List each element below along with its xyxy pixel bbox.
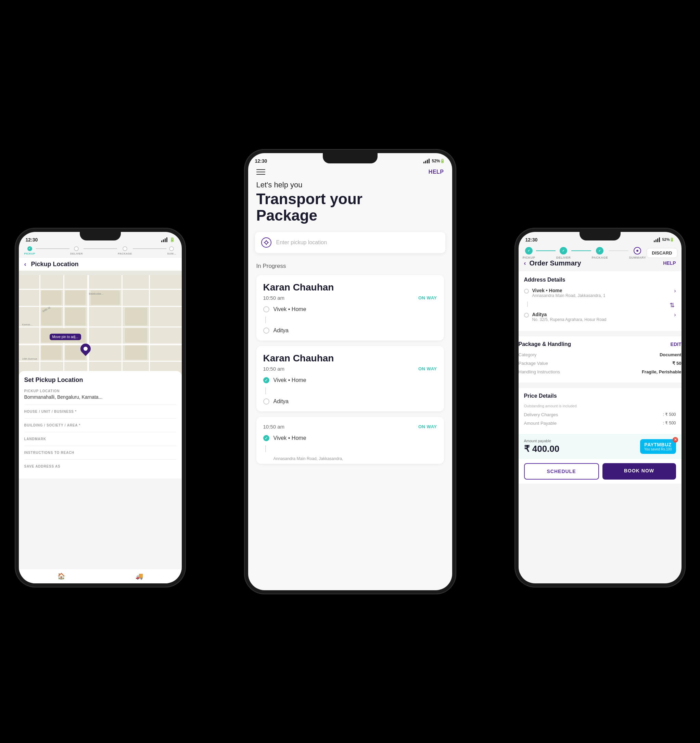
left-step-3: PACKAGE <box>118 252 132 255</box>
paytm-badge[interactable]: PAYTMBUZ You saved Rs.100 ✕ <box>640 439 676 454</box>
hamburger-button[interactable] <box>256 169 265 175</box>
stop-dot-to-1 <box>263 327 269 334</box>
save-address-field[interactable]: SAVE ADDRESS AS <box>24 465 176 468</box>
schedule-button[interactable]: SCHEDULE <box>524 463 599 480</box>
signal-icon <box>161 237 167 242</box>
notch <box>80 232 121 240</box>
truck-icon[interactable]: 🚚 <box>136 573 143 580</box>
from-info: Vivek • Home Annasandra Main Road, Jakka… <box>532 288 671 298</box>
hero-title: Transport your Package <box>256 191 444 224</box>
package-section: Package & Handling EDIT Category Documen… <box>518 336 682 383</box>
building-field[interactable]: BUILDING / SOCIETY / AREA * <box>24 423 176 427</box>
search-input[interactable]: Enter pickup location <box>276 240 327 246</box>
stop-dot-from-1 <box>263 306 269 312</box>
stop-to-1: Aditya <box>263 327 437 334</box>
card-time-2: 10:50 am <box>263 366 285 372</box>
step-summary: SUMMARY <box>629 247 646 259</box>
card-time-1: 10:50 am <box>263 295 285 301</box>
house-field[interactable]: HOUSE / UNIT / BUSINESS * <box>24 410 176 413</box>
back-button[interactable]: ‹ <box>24 260 27 268</box>
search-bar[interactable]: Enter pickup location <box>255 232 445 253</box>
from-dot <box>524 289 529 293</box>
center-phone: 12:30 52%🔋 HELP <box>244 149 456 594</box>
on-way-badge-2: ON WAY <box>418 366 437 372</box>
delivery-card-3[interactable]: 10:50 am ON WAY ✓ Vivek • Home <box>256 417 444 464</box>
instructions-field[interactable]: INSTRUCTIONS TO REACH <box>24 451 176 454</box>
status-time: 12:30 <box>26 237 38 243</box>
connector-2 <box>571 250 591 251</box>
price-subtitle: Outstanding amount is included <box>524 404 676 408</box>
on-way-badge-1: ON WAY <box>418 295 437 300</box>
hero-section: Let's help you Transport your Package <box>248 181 452 232</box>
on-way-badge-3: ON WAY <box>418 424 437 429</box>
paytm-close-icon[interactable]: ✕ <box>673 437 678 443</box>
right-notch <box>579 232 620 240</box>
connector-3 <box>608 250 628 251</box>
book-now-button[interactable]: BOOK NOW <box>603 463 676 480</box>
stop-dot-to-2 <box>263 398 269 404</box>
left-step-4: SUM... <box>167 252 176 255</box>
left-phone: 12:30 🔋 ✓ PICKUP <box>15 228 186 588</box>
from-address-row[interactable]: Vivek • Home Annasandra Main Road, Jakka… <box>524 288 676 298</box>
to-address-row[interactable]: Aditya No. 32/5, Rupena Agrahara, Hosur … <box>524 312 676 322</box>
set-location-title: Set Pickup Location <box>24 376 176 384</box>
address-details: Address Details Vivek • Home Annasandra … <box>518 271 682 331</box>
step-deliver: ✓ DELIVER <box>556 247 571 259</box>
route-stops-3: ✓ Vivek • Home Annasandra Main Road, Jak… <box>263 435 437 461</box>
amount-value: ₹ 400.00 <box>524 444 560 454</box>
step-pickup: ✓ PICKUP <box>523 247 535 259</box>
stop-dot-from-3: ✓ <box>263 435 269 441</box>
left-phone-screen: 12:30 🔋 ✓ PICKUP <box>19 232 182 583</box>
right-phone-screen: 12:30 52%🔋 ✓ PICKUP <box>518 232 682 583</box>
home-icon[interactable]: 🏠 <box>58 573 65 580</box>
map-tooltip: Move pin to adj... <box>50 334 81 340</box>
step-package: ✓ PACKAGE <box>592 247 608 259</box>
landmark-field[interactable]: LANDMARK <box>24 437 176 441</box>
discard-button[interactable]: DISCARD <box>647 248 677 258</box>
map-header: ‹ Pickup Location <box>19 258 182 271</box>
right-help-button[interactable]: HELP <box>663 260 676 266</box>
right-status-time: 12:30 <box>526 237 538 243</box>
right-back-button[interactable]: ‹ <box>524 260 526 267</box>
step-circle-deliver: ✓ <box>560 247 567 255</box>
center-status-icons: 52%🔋 <box>424 158 445 163</box>
paytm-text: PAYTMBUZ <box>644 442 671 447</box>
step-circle-pickup: ✓ <box>525 247 533 255</box>
edit-button[interactable]: EDIT <box>670 342 682 347</box>
section-divider-2 <box>518 385 682 388</box>
right-signal-icon <box>654 237 660 242</box>
from-arrow: › <box>674 288 676 294</box>
swap-icon[interactable]: ⇅ <box>669 302 675 309</box>
delivery-card-2[interactable]: Karan Chauhan 10:50 am ON WAY ✓ Vivek • … <box>256 346 444 411</box>
price-title: Price Details <box>524 393 676 399</box>
amount-label: Amount payable <box>524 439 560 443</box>
map-title: Pickup Location <box>31 260 79 268</box>
left-form: Set Pickup Location PICKUP LOCATION Bomm… <box>19 371 182 478</box>
step-circle-package: ✓ <box>596 247 604 255</box>
scene: 12:30 🔋 ✓ PICKUP <box>0 0 700 743</box>
center-signal-icon <box>424 158 430 163</box>
category-row: Category Document <box>518 352 682 357</box>
to-arrow: › <box>674 312 676 318</box>
route-stops-2: ✓ Vivek • Home Aditya <box>263 377 437 404</box>
battery-icon: 🔋 <box>170 237 175 242</box>
section-divider-1 <box>518 334 682 336</box>
svg-point-0 <box>265 241 268 244</box>
to-dot <box>524 313 529 318</box>
center-notch <box>323 153 378 163</box>
status-icons: 🔋 <box>161 237 175 242</box>
center-phone-screen: 12:30 52%🔋 HELP <box>248 153 452 590</box>
delivery-card-1[interactable]: Karan Chauhan 10:50 am ON WAY Vivek • Ho… <box>256 275 444 340</box>
saved-text: You saved Rs.100 <box>644 447 672 451</box>
progress-steps: ✓ PICKUP ✓ DELIVER ✓ PACKAGE <box>518 245 682 259</box>
driver-name-2: Karan Chauhan <box>263 353 437 364</box>
connector-1 <box>536 250 555 251</box>
center-header: HELP <box>248 166 452 181</box>
right-status-icons: 52%🔋 <box>654 237 674 242</box>
right-battery-icon: 52%🔋 <box>662 237 674 242</box>
driver-name-1: Karan Chauhan <box>263 282 437 293</box>
help-button[interactable]: HELP <box>428 169 444 175</box>
route-stops-1: Vivek • Home Aditya <box>263 306 437 334</box>
card-time-3: 10:50 am <box>263 424 285 429</box>
location-icon <box>261 237 272 248</box>
